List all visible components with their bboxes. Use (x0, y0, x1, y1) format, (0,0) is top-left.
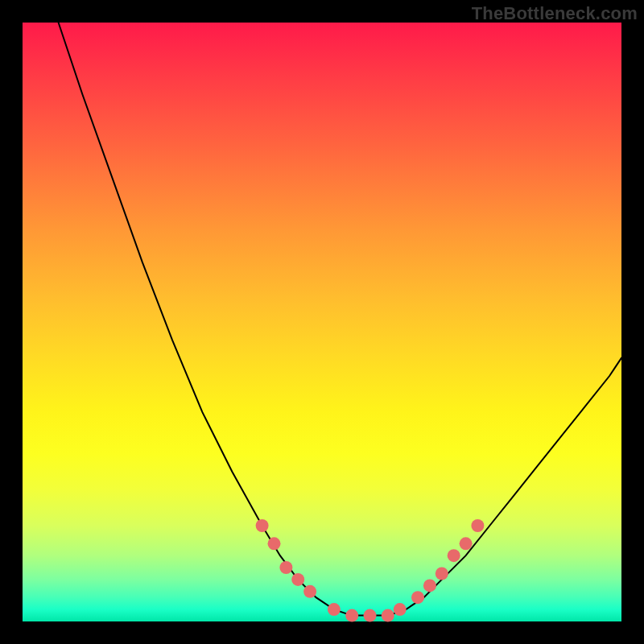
highlight-dot (268, 537, 281, 550)
highlight-dot (364, 609, 377, 622)
highlight-dot (345, 609, 358, 622)
highlight-dot (448, 549, 460, 562)
watermark-text: TheBottleneck.com (472, 3, 638, 24)
highlight-dot (291, 573, 304, 586)
chart-frame: TheBottleneck.com (0, 0, 644, 644)
highlight-dot (279, 561, 292, 574)
highlight-dot (471, 519, 484, 532)
highlight-dot (423, 579, 436, 592)
highlight-dot (436, 568, 448, 580)
highlight-dot (328, 603, 341, 616)
highlight-dot (411, 591, 424, 604)
bottleneck-curve (59, 23, 621, 616)
highlight-dot (256, 519, 269, 532)
highlight-dot (460, 537, 473, 550)
highlight-dot (303, 585, 316, 598)
plot-area (23, 23, 621, 621)
curve-layer (23, 23, 621, 621)
highlight-dot (394, 603, 407, 616)
highlight-dot (382, 609, 394, 622)
